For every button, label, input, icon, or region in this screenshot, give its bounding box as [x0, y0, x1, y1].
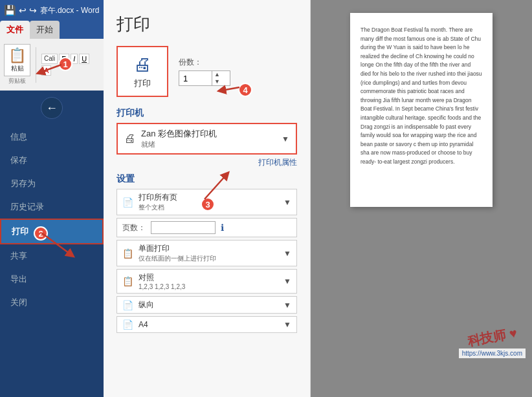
- watermark-overlay: 科技师 ♥ https://www.3kjs.com: [459, 328, 526, 358]
- nav-label-export: 导出: [10, 274, 27, 285]
- setting-orientation-icon: 📄: [122, 300, 133, 310]
- copies-input[interactable]: [179, 72, 212, 85]
- underline-button[interactable]: U: [79, 54, 89, 64]
- setting-collate-main: 对照: [139, 272, 278, 283]
- nav-label-save: 保存: [10, 155, 27, 166]
- pages-input[interactable]: [151, 221, 216, 234]
- setting-paper[interactable]: 📄 A4 ▼: [116, 316, 297, 333]
- nav-label-print: 打印: [12, 226, 28, 237]
- main-content: 打印 🖨 打印 份数： ▲ ▼: [104, 0, 532, 397]
- printer-section-title: 打印机: [116, 107, 297, 119]
- setting-duplex-main: 单面打印: [139, 243, 278, 254]
- print-button-label: 打印: [134, 78, 151, 89]
- printer-info: Zan 彩色图像打印机 就绪: [141, 128, 276, 149]
- document-text: The Dragon Boat Festival fa month. There…: [360, 26, 482, 167]
- print-button-box[interactable]: 🖨 打印: [116, 46, 168, 97]
- setting-collate-icon: 📋: [122, 276, 133, 286]
- font-name: Cali: [41, 54, 58, 64]
- copies-section: 份数： ▲ ▼: [179, 57, 230, 86]
- italic-button[interactable]: I: [71, 54, 78, 64]
- back-button[interactable]: ←: [41, 97, 63, 119]
- setting-paper-main: A4: [139, 320, 278, 329]
- setting-orientation-arrow: ▼: [283, 301, 291, 310]
- nav-label-saveas: 另存为: [10, 178, 36, 189]
- printer-selector[interactable]: 🖨 Zan 彩色图像打印机 就绪 ▼: [116, 123, 297, 155]
- save-icon[interactable]: 💾: [4, 5, 16, 16]
- copies-up[interactable]: ▲: [212, 71, 222, 78]
- nav-back-area: ←: [0, 91, 104, 125]
- nav-item-history[interactable]: 历史记录: [0, 195, 104, 219]
- printer-name: Zan 彩色图像打印机: [141, 128, 276, 140]
- document-page: The Dragon Boat Festival fa month. There…: [350, 13, 493, 207]
- setting-paper-text: A4: [139, 320, 278, 329]
- copies-spinners: ▲ ▼: [212, 71, 222, 85]
- tab-home[interactable]: 开始: [30, 21, 60, 39]
- nav-label-share: 共享: [10, 250, 27, 262]
- nav-item-close[interactable]: 关闭: [0, 291, 104, 314]
- setting-collate-text: 对照 1,2,3 1,2,3 1,2,3: [139, 272, 278, 290]
- left-navigation: 💾 ↩ ↪ 赛午.docx - Word 文件 开始 📋 粘贴 剪贴板: [0, 0, 104, 397]
- nav-item-saveas[interactable]: 另存为: [0, 172, 104, 195]
- nav-item-save[interactable]: 保存: [0, 149, 104, 172]
- copies-label: 份数：: [179, 57, 230, 68]
- setting-duplex[interactable]: 📋 单面打印 仅在纸面的一侧上进行打印 ▼: [116, 240, 297, 266]
- settings-section-title: 设置: [116, 173, 297, 185]
- setting-collate-sub: 1,2,3 1,2,3 1,2,3: [139, 283, 278, 290]
- nav-item-print[interactable]: 打印: [0, 219, 104, 244]
- setting-duplex-icon: 📋: [122, 248, 133, 259]
- setting-collate[interactable]: 📋 对照 1,2,3 1,2,3 1,2,3 ▼: [116, 269, 297, 294]
- nav-item-share[interactable]: 共享: [0, 244, 104, 268]
- paste-button[interactable]: 📋 粘贴: [4, 44, 30, 76]
- setting-pages[interactable]: 📄 打印所有页 整个文档 ▼: [116, 189, 297, 215]
- setting-pages-main: 打印所有页: [139, 192, 278, 203]
- paste-label: 粘贴: [11, 64, 24, 73]
- setting-pages-text: 打印所有页 整个文档: [139, 192, 278, 212]
- watermark-brand: 科技师 ♥: [466, 324, 518, 350]
- tab-file[interactable]: 文件: [0, 21, 30, 39]
- nav-label-info: 信息: [10, 131, 27, 143]
- copies-down[interactable]: ▼: [212, 78, 222, 85]
- print-button-icon: 🖨: [133, 54, 151, 75]
- nav-item-info[interactable]: 信息: [0, 125, 104, 149]
- printer-props-link[interactable]: 打印机属性: [116, 157, 297, 168]
- setting-orientation-text: 纵向: [139, 299, 278, 310]
- setting-paper-arrow: ▼: [283, 320, 291, 329]
- print-title: 打印: [116, 13, 297, 36]
- clipboard-group: 📋 粘贴 剪贴板 Cali B I U A: [4, 44, 89, 85]
- print-panel: 打印 🖨 打印 份数： ▲ ▼: [104, 0, 311, 397]
- setting-pages-sub: 整个文档: [139, 203, 278, 212]
- pages-info-icon[interactable]: ℹ: [221, 222, 224, 233]
- copies-input-group: ▲ ▼: [179, 70, 230, 86]
- paste-icon: 📋: [8, 47, 26, 64]
- undo-icon[interactable]: ↩: [19, 5, 27, 16]
- nav-menu: 信息 保存 另存为 历史记录 打印 共享 导出 关闭: [0, 125, 104, 397]
- clipboard-label: 剪贴板: [8, 77, 26, 85]
- font-color-button[interactable]: A: [41, 65, 51, 76]
- setting-orientation-main: 纵向: [139, 299, 278, 310]
- setting-orientation[interactable]: 📄 纵向 ▼: [116, 296, 297, 314]
- window-title: 赛午.docx - Word: [39, 5, 100, 16]
- setting-duplex-text: 单面打印 仅在纸面的一侧上进行打印: [139, 243, 278, 263]
- nav-label-close: 关闭: [10, 297, 27, 308]
- ribbon-tabs: 文件 开始: [0, 21, 104, 39]
- redo-icon[interactable]: ↪: [29, 5, 37, 16]
- bold-button[interactable]: B: [59, 54, 69, 64]
- page-count-row: 页数： ℹ: [116, 218, 297, 237]
- printer-icon: 🖨: [124, 132, 136, 145]
- printer-dropdown-icon: ▼: [282, 134, 289, 144]
- nav-label-history: 历史记录: [10, 201, 44, 213]
- setting-duplex-arrow: ▼: [283, 249, 291, 258]
- setting-pages-icon: 📄: [122, 197, 133, 208]
- pages-label: 页数：: [122, 222, 146, 233]
- setting-duplex-sub: 仅在纸面的一侧上进行打印: [139, 254, 278, 263]
- setting-pages-arrow: ▼: [283, 198, 291, 207]
- printer-status: 就绪: [141, 140, 276, 149]
- print-top-row: 🖨 打印 份数： ▲ ▼: [116, 46, 297, 97]
- font-group: Cali B I U A: [41, 54, 89, 76]
- ribbon-content: 📋 粘贴 剪贴板 Cali B I U A: [0, 39, 104, 91]
- nav-item-export[interactable]: 导出: [0, 268, 104, 291]
- document-preview: The Dragon Boat Festival fa month. There…: [311, 0, 532, 397]
- setting-paper-icon: 📄: [122, 319, 133, 330]
- setting-collate-arrow: ▼: [283, 277, 291, 286]
- titlebar-area: 💾 ↩ ↪ 赛午.docx - Word: [0, 0, 104, 21]
